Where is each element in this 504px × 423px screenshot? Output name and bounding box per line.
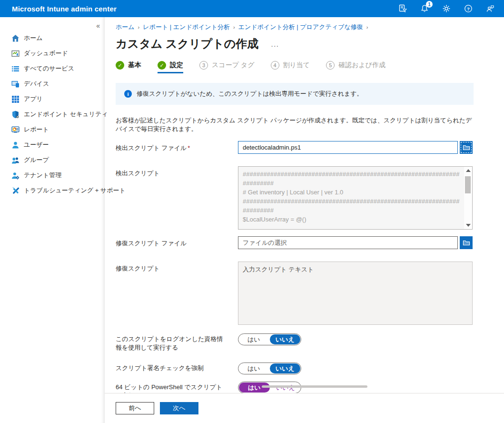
wizard-footer: 前へ 次へ [105, 393, 504, 423]
sidebar-item-tenant-admin[interactable]: テナント管理 [0, 168, 105, 183]
scroll-down-icon[interactable] [466, 224, 471, 227]
list-icon [11, 65, 20, 73]
run-as-logged-on-credentials-toggle[interactable]: はい いいえ [238, 333, 301, 345]
step-review-create[interactable]: 5 確認および作成 [326, 61, 385, 73]
run-as-logged-on-credentials-label: このスクリプトをログオンした資格情報を使用して実行する [116, 333, 238, 352]
remediation-file-input[interactable] [238, 236, 458, 249]
toggle-yes-option[interactable]: はい [238, 334, 269, 345]
step-complete-check-icon: ✓ [158, 61, 166, 70]
sidebar-item-label: ユーザー [24, 141, 49, 149]
step-number-icon: 5 [326, 61, 335, 70]
sidebar-item-endpoint-security[interactable]: エンドポイント セキュリティ [0, 107, 105, 122]
step-assignments[interactable]: 4 割り当て [271, 61, 310, 73]
dashboard-icon [11, 50, 20, 58]
step-number-icon: 3 [199, 61, 208, 70]
toggle-no-option[interactable]: いいえ [270, 334, 301, 344]
scrollbar-thumb[interactable] [465, 176, 471, 193]
sidebar-item-reports[interactable]: レポート [0, 122, 105, 137]
step-number-icon: 4 [271, 61, 279, 70]
detection-file-browse-button[interactable] [460, 141, 473, 154]
required-asterisk: * [188, 144, 190, 151]
info-banner-text: 修復スクリプトがないため、このスクリプトは検出専用モードで実行されます。 [137, 90, 363, 98]
sidebar-nav: « ホーム ダッシュボード すべてのサービス デバイス アプリ エンドポイント … [0, 17, 105, 423]
detection-script-content: ########################################… [238, 166, 473, 230]
step-basics[interactable]: ✓ 基本 [116, 61, 141, 73]
help-icon[interactable]: ? [463, 3, 474, 14]
info-icon: i [124, 90, 132, 98]
tenant-admin-icon [11, 171, 20, 180]
sidebar-item-label: デバイス [24, 80, 49, 88]
remediation-script-textarea[interactable] [238, 262, 473, 325]
sidebar-item-label: アプリ [24, 95, 43, 103]
app-shell: « ホーム ダッシュボード すべてのサービス デバイス アプリ エンドポイント … [0, 17, 504, 423]
detection-file-label: 検出スクリプト ファイル* [116, 141, 238, 154]
sidebar-item-label: グループ [24, 156, 49, 164]
remediation-file-browse-button[interactable] [460, 236, 473, 249]
apps-grid-icon [11, 95, 20, 103]
sidebar-item-all-services[interactable]: すべてのサービス [0, 61, 105, 76]
wizard-steps: ✓ 基本 ✓ 設定 3 スコープ タグ 4 割り当て 5 確認および作成 [116, 61, 504, 73]
user-icon [11, 141, 20, 149]
breadcrumb-separator: › [233, 24, 235, 30]
feedback-icon[interactable] [485, 3, 495, 14]
notification-count-badge: 1 [426, 1, 433, 8]
report-monitor-icon [11, 126, 20, 134]
sidebar-item-dashboard[interactable]: ダッシュボード [0, 46, 105, 61]
step-complete-check-icon: ✓ [116, 61, 124, 70]
breadcrumb-separator: › [366, 24, 368, 30]
detection-file-input[interactable] [238, 141, 458, 154]
top-bar: Microsoft Intune admin center 1 ? [0, 0, 504, 17]
notifications-bell-icon[interactable]: 1 [419, 3, 430, 14]
step-settings[interactable]: ✓ 設定 [158, 61, 183, 73]
page-title-overflow-icon[interactable]: ··· [271, 42, 279, 51]
breadcrumb-home[interactable]: ホーム [116, 23, 135, 31]
previous-button[interactable]: 前へ [116, 402, 154, 414]
sidebar-item-groups[interactable]: グループ [0, 152, 105, 168]
info-banner: i 修復スクリプトがないため、このスクリプトは検出専用モードで実行されます。 [116, 83, 474, 105]
scroll-up-icon[interactable] [466, 169, 471, 172]
sidebar-item-label: ホーム [24, 34, 43, 42]
folder-icon [463, 239, 470, 247]
sidebar-item-label: レポート [24, 125, 49, 134]
sidebar-item-label: すべてのサービス [24, 64, 74, 73]
script-scrollbar[interactable] [464, 167, 472, 229]
home-icon [11, 34, 20, 42]
group-icon [11, 156, 20, 164]
sidebar-collapse-icon[interactable]: « [96, 22, 100, 30]
breadcrumb-reports[interactable]: レポート | エンドポイント分析 [143, 23, 230, 31]
devices-icon [11, 80, 20, 88]
detection-script-label: 検出スクリプト [116, 166, 238, 230]
toggle-yes-option[interactable]: はい [238, 363, 269, 374]
toggle-no-option[interactable]: いいえ [270, 363, 301, 373]
next-button[interactable]: 次へ [160, 402, 198, 414]
sidebar-item-home[interactable]: ホーム [0, 30, 105, 46]
enforce-signature-check-label: スクリプト署名チェックを強制 [116, 363, 238, 373]
shield-gear-icon [11, 111, 20, 119]
topbar-icon-group: 1 ? [397, 3, 495, 14]
app-title: Microsoft Intune admin center [12, 5, 117, 13]
sidebar-item-users[interactable]: ユーザー [0, 137, 105, 152]
horizontal-scrollbar-thumb[interactable] [262, 385, 367, 388]
directory-filter-icon[interactable] [397, 3, 408, 14]
sidebar-item-troubleshooting[interactable]: トラブルシューティング + サポート [0, 183, 105, 198]
troubleshoot-tools-icon [11, 187, 20, 195]
breadcrumb-separator: › [138, 24, 140, 30]
main-content: ホーム › レポート | エンドポイント分析 › エンドポイント分析 | プロア… [105, 17, 504, 423]
remediation-script-label: 修復スクリプト [116, 262, 238, 327]
breadcrumb: ホーム › レポート | エンドポイント分析 › エンドポイント分析 | プロア… [116, 23, 504, 31]
intro-text: お客様が記述したスクリプトからカスタム スクリプト パッケージが作成されます。既… [116, 116, 477, 133]
settings-gear-icon[interactable] [441, 3, 452, 14]
folder-icon [463, 144, 470, 151]
sidebar-item-label: エンドポイント セキュリティ [24, 110, 108, 119]
sidebar-item-label: テナント管理 [24, 171, 61, 180]
step-scope-tags[interactable]: 3 スコープ タグ [199, 61, 255, 73]
sidebar-item-apps[interactable]: アプリ [0, 91, 105, 107]
remediation-file-label: 修復スクリプト ファイル [116, 236, 238, 249]
sidebar-item-label: ダッシュボード [24, 49, 68, 58]
svg-text:?: ? [467, 6, 470, 11]
sidebar-item-devices[interactable]: デバイス [0, 76, 105, 91]
enforce-signature-check-toggle[interactable]: はい いいえ [238, 363, 301, 374]
breadcrumb-proactive-remediations[interactable]: エンドポイント分析 | プロアクティブな修復 [238, 23, 363, 31]
page-title: カスタム スクリプトの作成 [116, 36, 258, 51]
